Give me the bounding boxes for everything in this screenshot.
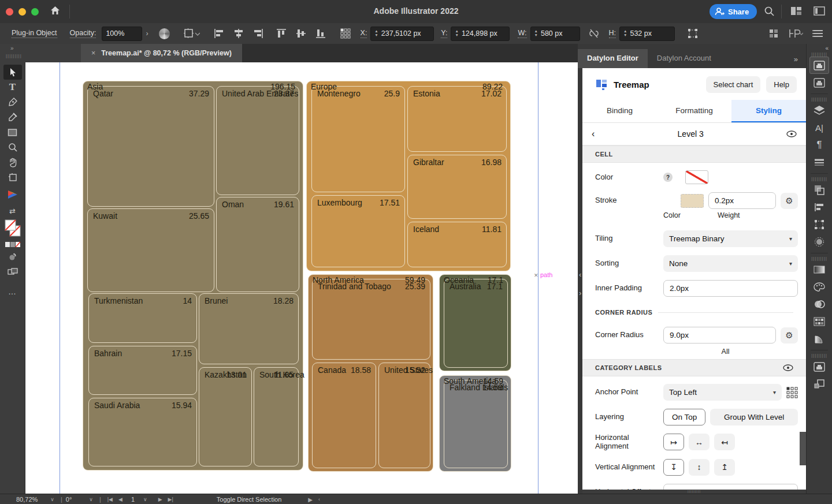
stroke-settings-gear-icon[interactable]: ⚙ (781, 193, 798, 209)
h-align-left-anchor-icon[interactable]: ↦ (663, 434, 684, 450)
pen-tool[interactable] (3, 95, 22, 110)
eyedropper-tool[interactable] (3, 110, 22, 125)
selection-tool[interactable] (3, 65, 22, 80)
treemap-cell-south-korea[interactable]: South Korea11.85 (254, 367, 299, 466)
opacity-menu-chevron[interactable]: › (146, 29, 148, 38)
next-artboard-icon[interactable]: ▶ (158, 496, 162, 502)
treemap-cell-bahrain[interactable]: Bahrain17.15 (88, 346, 197, 395)
treemap-cell-canada[interactable]: Canada18.58 (312, 363, 376, 468)
align-center-horizontal-icon[interactable] (233, 28, 244, 39)
shape-builder-icon[interactable] (3, 249, 22, 264)
panel-scrollbar-thumb[interactable] (800, 432, 806, 465)
character-panel-icon[interactable]: A| (809, 119, 829, 136)
align-center-vertical-icon[interactable] (296, 28, 306, 39)
swatches-panel-icon[interactable] (809, 313, 829, 330)
document-setup-icon[interactable] (768, 28, 779, 39)
help-button[interactable]: Help (766, 76, 797, 93)
treemap-cell-luxembourg[interactable]: Luxembourg17.51 (311, 195, 405, 267)
transform-panel-icon[interactable] (809, 216, 829, 233)
last-artboard-icon[interactable]: ▶| (168, 496, 173, 502)
treemap-cell-oman[interactable]: Oman19.61 (216, 197, 299, 292)
share-button[interactable]: Share (710, 4, 757, 19)
reference-point-grid-icon[interactable] (340, 28, 351, 39)
treemap-group-north-america[interactable]: North America 59.49 Trinidad and Tobago2… (308, 274, 433, 472)
treemap-cell-uae[interactable]: United Arab Emirates23.37 (216, 86, 299, 195)
v-align-middle-icon[interactable]: ↕ (689, 459, 710, 476)
treemap-cell-turkmenistan[interactable]: Turkmenistan14 (88, 293, 197, 343)
artboard-tool[interactable] (3, 170, 22, 185)
color-mode-strip[interactable] (3, 240, 22, 249)
type-tool[interactable]: T (3, 80, 22, 95)
color-guide-panel-icon[interactable] (809, 296, 829, 313)
tab-binding[interactable]: Binding (582, 100, 657, 122)
window-panel-icon[interactable] (814, 6, 825, 16)
treemap-cell-gibraltar[interactable]: Gibraltar16.98 (407, 155, 507, 219)
fill-stroke-swatches[interactable] (3, 217, 22, 240)
eye-icon[interactable] (786, 130, 797, 137)
align-right-icon[interactable] (253, 28, 263, 39)
datylon-library-panel-icon[interactable] (809, 74, 829, 91)
menu-list-icon[interactable] (812, 29, 824, 38)
eye-icon[interactable] (783, 364, 793, 371)
corner-radius-input[interactable]: 9.0px (663, 327, 776, 344)
toolbar-collapse-icon[interactable]: » (10, 45, 14, 51)
x-stepper[interactable]: ▲▼ (374, 29, 378, 38)
treemap-cell-saudi-arabia[interactable]: Saudi Arabia15.94 (88, 398, 197, 466)
treemap-cell-estonia[interactable]: Estonia17.02 (407, 86, 507, 152)
w-stepper[interactable]: ▲▼ (534, 29, 538, 38)
h-align-center-icon[interactable]: ↔ (689, 434, 710, 450)
tab-datylon-account[interactable]: Datylon Account (648, 49, 720, 68)
artboard-tool-icon[interactable] (183, 28, 200, 39)
panel-bottom-drag-strip[interactable]: ||||||||| (582, 490, 806, 494)
swap-fill-stroke-icon[interactable]: ⇄ (3, 204, 22, 217)
stroke-weight-input[interactable]: 0.2px (708, 192, 776, 209)
h-align-right-anchor-icon[interactable]: ↤ (714, 434, 735, 450)
color-panel-icon[interactable] (809, 278, 829, 296)
canvas-rotation[interactable]: 0° (66, 496, 72, 503)
align-bottom-icon[interactable] (315, 28, 326, 39)
zoom-level[interactable]: 80,72% (16, 496, 38, 503)
search-icon[interactable] (764, 6, 775, 17)
tab-formatting[interactable]: Formatting (657, 100, 731, 122)
zoom-tool[interactable] (3, 140, 22, 155)
zoom-dropdown-icon[interactable]: ∨ (50, 496, 54, 502)
y-field[interactable]: ▲▼ 124,898 px (451, 27, 510, 41)
more-tools-icon[interactable]: … (3, 284, 22, 299)
align-top-icon[interactable] (276, 28, 287, 39)
layering-group-with-level-button[interactable]: Group With Level (710, 409, 798, 425)
recolor-artwork-icon[interactable] (159, 28, 170, 39)
treemap-cell-trinidad-and-tobago[interactable]: Trinidad and Tobago25.39 (312, 279, 430, 360)
pathfinder-panel-icon[interactable] (809, 181, 829, 199)
treemap-cell-qatar[interactable]: Qatar37.29 (87, 86, 214, 207)
anchor-grid-icon[interactable] (786, 387, 798, 398)
treemap-cell-falkland-islands[interactable]: Falkland Islands14.59 (444, 380, 508, 468)
treemap-cell-kuwait[interactable]: Kuwait25.65 (87, 208, 214, 292)
v-align-top-anchor-icon[interactable]: ↧ (663, 459, 684, 476)
panel-collapse-left-icon[interactable]: ‹ (579, 270, 581, 279)
inner-padding-input[interactable]: 2.0px (663, 280, 798, 297)
v-align-bottom-anchor-icon[interactable]: ↥ (714, 459, 735, 476)
paragraph-panel-icon[interactable]: ¶ (809, 136, 829, 154)
treemap-cell-united-states[interactable]: United States15.52 (378, 363, 430, 468)
gradient-panel-icon[interactable] (809, 261, 829, 278)
tiling-select[interactable]: Treemap Binary▾ (663, 230, 798, 247)
cell-color-swatch[interactable] (685, 170, 708, 184)
panel-menu-icon[interactable]: » (794, 55, 798, 68)
sorting-select[interactable]: None▾ (663, 255, 798, 272)
brushes-panel-icon[interactable] (809, 330, 829, 348)
align-panel-icon[interactable] (809, 199, 829, 216)
transform-bounding-icon[interactable] (686, 27, 699, 40)
y-stepper[interactable]: ▲▼ (455, 29, 458, 38)
link-dimensions-icon[interactable] (588, 28, 600, 39)
treemap-cell-montenegro[interactable]: Montenegro25.9 (311, 86, 405, 192)
treemap-cell-kazakhstan[interactable]: Kazakhstan13.01 (199, 367, 252, 466)
stroke-color-swatch[interactable] (681, 194, 704, 208)
toolbar-drag-handle[interactable]: ||||||||| (6, 53, 22, 58)
opacity-label[interactable]: Opacity: (70, 29, 96, 38)
status-play-icon[interactable]: ▶ (308, 496, 313, 503)
w-field[interactable]: ▲▼ 580 px (530, 27, 580, 41)
first-artboard-icon[interactable]: |◀ (107, 496, 113, 502)
treemap-cell-australia[interactable]: Australia17.1 (444, 279, 508, 368)
h-field[interactable]: ▲▼ 532 px (619, 27, 675, 41)
snap-options-icon[interactable] (788, 28, 803, 39)
